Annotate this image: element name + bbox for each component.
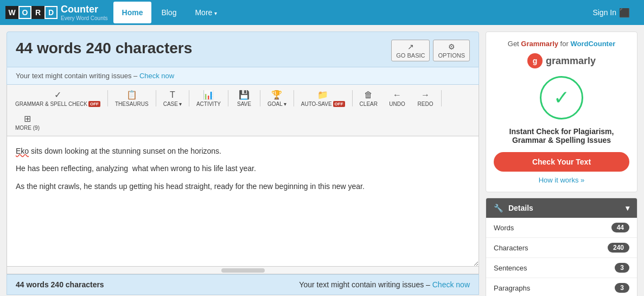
grammarly-box: Get Grammarly for WordCounter g grammarl… xyxy=(486,32,637,192)
details-paragraphs-value: 3 xyxy=(615,283,629,293)
thesaurus-button[interactable]: 📋 THESAURUS xyxy=(110,87,154,110)
grammarly-brand: Grammarly xyxy=(521,40,558,48)
toolbar: ✓ GRAMMAR & SPELL CHECK OFF 📋 THESAURUS … xyxy=(7,85,479,136)
case-button[interactable]: T CASE ▾ xyxy=(158,87,187,110)
editor-scrollbar[interactable] xyxy=(7,267,479,274)
clear-button[interactable]: 🗑 CLEAR xyxy=(355,87,382,110)
goal-label: GOAL xyxy=(267,101,283,107)
scrollbar-thumb[interactable] xyxy=(221,268,265,273)
grammar-spellcheck-button[interactable]: ✓ GRAMMAR & SPELL CHECK OFF xyxy=(10,87,105,110)
case-label: CASE xyxy=(163,101,178,107)
case-icon: T xyxy=(170,90,175,100)
logo-d: D xyxy=(44,6,58,19)
details-words-label: Words xyxy=(494,224,514,232)
editor-name: Eko xyxy=(16,147,29,155)
wordcounter-brand: WordCounter xyxy=(570,40,615,48)
redo-icon: → xyxy=(421,90,430,100)
wrench-icon: 🔧 xyxy=(494,204,503,212)
autosave-label: AUTO-SAVE xyxy=(301,101,332,107)
redo-button[interactable]: → REDO xyxy=(412,87,439,110)
details-sentences-label: Sentences xyxy=(494,264,527,272)
details-header[interactable]: 🔧 Details ▾ xyxy=(486,198,637,218)
details-collapse-icon: ▾ xyxy=(626,204,629,212)
nav-home[interactable]: Home xyxy=(113,2,152,23)
logo-main: Counter xyxy=(61,4,108,15)
editor-line-2: He has been reflecting, analyzing what w… xyxy=(16,162,470,174)
thesaurus-label: THESAURUS xyxy=(115,101,149,107)
toolbar-sep-7 xyxy=(352,90,353,106)
goal-icon: 🏆 xyxy=(271,90,282,100)
toolbar-sep-5 xyxy=(260,90,260,106)
toolbar-sep-3 xyxy=(189,90,189,106)
logo-r: R xyxy=(31,6,44,19)
right-panel: Get Grammarly for WordCounter g grammarl… xyxy=(486,32,637,296)
toolbar-sep-2 xyxy=(156,90,156,106)
save-icon: 💾 xyxy=(239,90,250,100)
activity-button[interactable]: 📊 ACTIVITY xyxy=(192,87,226,110)
undo-label: UNDO xyxy=(389,101,405,107)
how-it-works-link[interactable]: How it works » xyxy=(494,176,629,184)
toolbar-sep-6 xyxy=(294,90,294,106)
goal-caret: ▾ xyxy=(284,101,286,107)
grammar-icon: ✓ xyxy=(54,90,61,100)
more-button[interactable]: ⊞ MORE (9) xyxy=(10,111,44,134)
details-words-value: 44 xyxy=(611,223,629,232)
left-panel: 44 words 240 characters ↗ GO BASIC ⚙ OPT… xyxy=(7,32,479,296)
editor-line-3: As the night crawls, he stands up gettin… xyxy=(16,180,470,192)
autosave-off-badge: OFF xyxy=(333,101,345,107)
autosave-icon: 📁 xyxy=(317,90,328,100)
toolbar-sep-8 xyxy=(441,90,442,106)
grammarly-wordmark: grammarly xyxy=(546,55,596,67)
footer-issues: Your text might contain writing issues –… xyxy=(299,280,470,289)
nav-more[interactable]: More ▾ xyxy=(186,2,226,23)
logo-text: Counter Every Word Counts xyxy=(61,4,108,21)
signin-label: Sign In xyxy=(592,8,616,17)
details-box: 🔧 Details ▾ Words 44 Characters 240 Sent… xyxy=(486,198,637,296)
issues-check-link[interactable]: Check now xyxy=(139,72,174,80)
check-circle: ✓ xyxy=(540,76,583,119)
check-your-text-button[interactable]: Check Your Text xyxy=(494,152,629,172)
thesaurus-icon: 📋 xyxy=(126,90,137,100)
goal-button[interactable]: 🏆 GOAL ▾ xyxy=(263,87,291,110)
details-title: Details xyxy=(508,204,533,212)
nav-blog[interactable]: Blog xyxy=(152,2,185,23)
grammarly-tagline: Instant Check for Plagiarism, Grammar & … xyxy=(494,127,629,144)
footer-check-link[interactable]: Check now xyxy=(432,280,470,289)
nav-right: Sign In ⬛ xyxy=(584,1,639,24)
more-label: MORE (9) xyxy=(15,125,40,131)
editor-line-1: Eko sits down looking at the stunning su… xyxy=(16,145,470,157)
options-label: OPTIONS xyxy=(438,52,465,59)
text-editor[interactable]: Eko sits down looking at the stunning su… xyxy=(7,136,479,267)
details-row-words: Words 44 xyxy=(486,218,637,238)
undo-button[interactable]: ← UNDO xyxy=(384,87,411,110)
autosave-button[interactable]: 📁 AUTO-SAVE OFF xyxy=(296,87,350,110)
go-basic-label: GO BASIC xyxy=(396,52,425,59)
grammarly-g-icon: g xyxy=(527,53,543,68)
main-container: 44 words 240 characters ↗ GO BASIC ⚙ OPT… xyxy=(0,25,644,296)
logo-letters: W O R D xyxy=(5,6,58,19)
details-row-sentences: Sentences 3 xyxy=(486,258,637,278)
details-paragraphs-label: Paragraphs xyxy=(494,284,530,292)
grammar-off-badge: OFF xyxy=(88,101,100,107)
wordcount-header: 44 words 240 characters ↗ GO BASIC ⚙ OPT… xyxy=(7,32,479,67)
logo-w: W xyxy=(5,6,18,19)
navbar: W O R D Counter Every Word Counts Home B… xyxy=(0,0,644,25)
details-row-characters: Characters 240 xyxy=(486,238,637,258)
signin-link[interactable]: Sign In ⬛ xyxy=(584,1,639,24)
check-mark-icon: ✓ xyxy=(553,86,570,109)
activity-label: ACTIVITY xyxy=(196,101,221,107)
go-basic-button[interactable]: ↗ GO BASIC xyxy=(391,40,430,61)
logo[interactable]: W O R D Counter Every Word Counts xyxy=(5,4,108,21)
wordcount-title: 44 words 240 characters xyxy=(16,40,192,57)
toolbar-sep-4 xyxy=(228,90,228,106)
options-icon: ⚙ xyxy=(448,42,455,51)
details-characters-label: Characters xyxy=(494,244,528,252)
issues-text: Your text might contain writing issues – xyxy=(16,72,137,80)
issues-bar: Your text might contain writing issues –… xyxy=(7,67,479,85)
grammarly-logo-row: g grammarly xyxy=(494,53,629,68)
signin-icon: ⬛ xyxy=(619,8,630,18)
save-button[interactable]: 💾 SAVE xyxy=(231,87,258,110)
options-button[interactable]: ⚙ OPTIONS xyxy=(433,40,470,61)
toolbar-sep-1 xyxy=(107,90,108,106)
go-basic-icon: ↗ xyxy=(407,42,414,51)
